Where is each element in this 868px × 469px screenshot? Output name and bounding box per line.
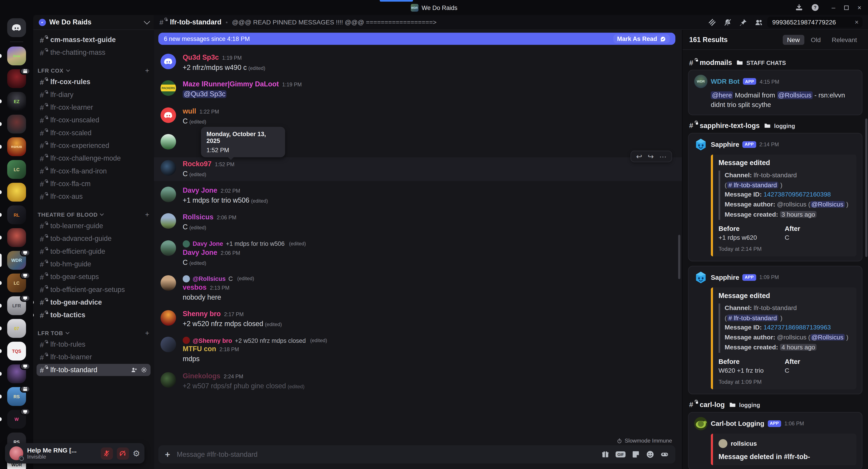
inbox-icon[interactable] [795,3,803,12]
sidebar-item-lfr-tob-rules[interactable]: #lfr-tob-rules [37,338,151,351]
server-icon-rshub[interactable]: RSHUB [7,137,26,156]
attach-button[interactable]: + [165,450,170,459]
search-result-card[interactable]: Carl-bot LoggingAPP1:06 PMrollsicusMessa… [688,412,862,469]
sidebar-item-cm-mass-text-guide[interactable]: #cm-mass-text-guide [37,34,151,46]
minimize-button[interactable]: – [832,4,835,11]
mention-pill[interactable]: @Qu3d Sp3c [183,90,226,98]
forward-button[interactable]: ↪ [648,153,654,160]
mark-as-read-button[interactable]: Mark As Read [613,34,670,43]
sidebar-item-the-chatting-mass[interactable]: #the-chatting-mass [37,47,151,59]
search-result-card[interactable]: SapphireAPP2:14 PMMessage editedChannel:… [688,133,862,261]
sticker-icon[interactable] [631,450,640,459]
reply-reference[interactable]: Davy Jone+1 mdps for trio w506(edited) [183,240,673,247]
deafen-button[interactable] [117,447,129,460]
create-channel-icon[interactable]: + [145,210,150,219]
reply-reference[interactable]: @RollsicusC(edited) [183,275,673,283]
sidebar-item-lfr-cox-learner[interactable]: #lfr-cox-learner [37,101,151,114]
message-author[interactable]: Rollsicus [183,213,213,221]
invite-members-icon[interactable] [131,367,137,373]
channel-settings-icon[interactable] [141,367,147,373]
reply-button[interactable]: ↩ [636,153,642,160]
mention-pill[interactable]: @Rollsicus [777,91,812,99]
emoji-icon[interactable] [646,450,654,459]
server-icon-discord-home[interactable] [7,18,26,37]
message-author[interactable]: Qu3d Sp3c [183,54,219,61]
search-input[interactable] [771,18,852,26]
message-avatar[interactable] [160,107,176,123]
sidebar-item-tob-advanced-guide[interactable]: #tob-advanced-guide [37,233,151,245]
server-icon-scream-face[interactable] [7,183,26,202]
message-author[interactable]: vesbos [183,283,207,291]
message-avatar[interactable] [160,310,176,326]
sidebar-item-tob-learner-guide[interactable]: #tob-learner-guide [37,220,151,232]
sidebar-item-lfr-cox-ffa-and-iron[interactable]: #lfr-cox-ffa-and-iron [37,165,151,177]
message-author[interactable]: Rocko97 [183,160,212,168]
gif-picker-icon[interactable]: GIF [616,451,625,458]
sidebar-item-tob-tactics[interactable]: #tob-tactics [37,309,151,321]
create-channel-icon[interactable]: + [145,329,150,338]
message-avatar[interactable] [160,54,176,69]
sidebar-item-lfr-tob-learner[interactable]: #lfr-tob-learner [37,351,151,363]
message-avatar[interactable]: PACKERS [160,81,176,96]
sidebar-item-lfr-cox-scaled[interactable]: #lfr-cox-scaled [37,127,151,139]
category-lfr-tob[interactable]: LFR TOB+ [38,329,150,338]
sidebar-item-tob-gear-setups[interactable]: #tob-gear-setups [37,271,151,283]
server-header[interactable]: We Do Raids [33,15,154,30]
message-avatar[interactable] [160,240,176,256]
gift-icon[interactable] [601,450,610,459]
message-author[interactable]: Davy Jone [183,248,217,256]
server-icon-exclusion-zone[interactable]: EZ [7,92,26,111]
message-avatar[interactable] [160,275,176,291]
sidebar-item-lfr-cox-aus[interactable]: #lfr-cox-aus [37,190,151,203]
sidebar-item-lfr-diary[interactable]: #lfr-diary [37,89,151,101]
reply-reference[interactable]: @Shenny bro+2 w520 nfrz mdps closed(edit… [183,337,673,344]
result-group-modmails[interactable]: #modmailsSTAFF CHATS [689,59,862,66]
message-avatar[interactable] [160,186,176,202]
message-id-link[interactable]: 1427371869887139963 [764,324,831,331]
mention-pill[interactable]: @Rollsicus [810,334,844,341]
avatar[interactable] [9,446,23,460]
more-actions-button[interactable]: ··· [659,153,666,160]
message-author[interactable]: Ginekologs [183,372,220,379]
server-icon-demon[interactable] [7,115,26,134]
activities-icon[interactable] [660,450,669,459]
message-id-link[interactable]: 1427387095672160398 [764,191,831,198]
server-icon-dreamy-grind[interactable]: Drea [7,47,26,65]
message-author[interactable]: Shenny bro [183,310,221,318]
sidebar-item-tob-efficient-gear-setups[interactable]: #tob-efficient-gear-setups [37,284,151,296]
sidebar-item-lfr-cox-experienced[interactable]: #lfr-cox-experienced [37,140,151,152]
chat-scrollbar[interactable] [678,235,680,279]
pinned-messages-icon[interactable] [739,18,747,26]
server-icon-o7[interactable]: 07 [7,319,26,338]
message-avatar[interactable] [160,337,176,353]
result-group-sapphire-text-logs[interactable]: #sapphire-text-logslogging [689,122,862,129]
notifications-muted-icon[interactable] [723,18,732,26]
sidebar-item-lfr-tob-standard[interactable]: #lfr-tob-standard [37,364,151,376]
sidebar-item-lfr-cox-unscaled[interactable]: #lfr-cox-unscaled [37,114,151,126]
message-author[interactable]: Maze lRunner|Gimmy DaLoot [183,81,279,88]
sidebar-item-tob-hm-guide[interactable]: #tob-hm-guide [37,258,151,270]
category-theatre-of-blood[interactable]: THEATRE OF BLOOD+ [38,210,150,219]
sidebar-item-tob-efficient-guide[interactable]: #tob-efficient-guide [37,245,151,258]
threads-icon[interactable] [708,18,716,26]
message-avatar[interactable] [160,372,176,387]
message-author[interactable]: Davy Jone [183,186,217,194]
settings-gear-icon[interactable]: ⚙ [133,449,140,458]
server-icon-rl-flame[interactable]: RL [7,206,26,224]
tab-relevant[interactable]: Relevant [827,35,861,45]
tab-old[interactable]: Old [806,35,825,45]
message-author[interactable]: wull [183,107,196,115]
member-list-icon[interactable] [754,18,763,26]
sidebar-item-lfr-cox-rules[interactable]: #lfr-cox-rules [37,76,151,88]
tab-new[interactable]: New [782,35,804,45]
mention-pill[interactable]: @Rollsicus [810,201,844,208]
sidebar-item-lfr-cox-challenge-mode[interactable]: #lfr-cox-challenge-mode [37,152,151,165]
message-avatar[interactable] [160,134,176,149]
channel-mention-pill[interactable]: # lfr-tob-standard [727,314,778,321]
message-avatar[interactable] [160,160,176,175]
mention-pill[interactable]: @here [711,91,733,99]
server-icon-red-eyes[interactable] [7,228,26,247]
category-lfr-cox[interactable]: LFR COX+ [38,66,150,75]
help-icon[interactable]: ? [811,3,819,12]
result-group-carl-log[interactable]: #carl-loglogging [689,401,862,409]
